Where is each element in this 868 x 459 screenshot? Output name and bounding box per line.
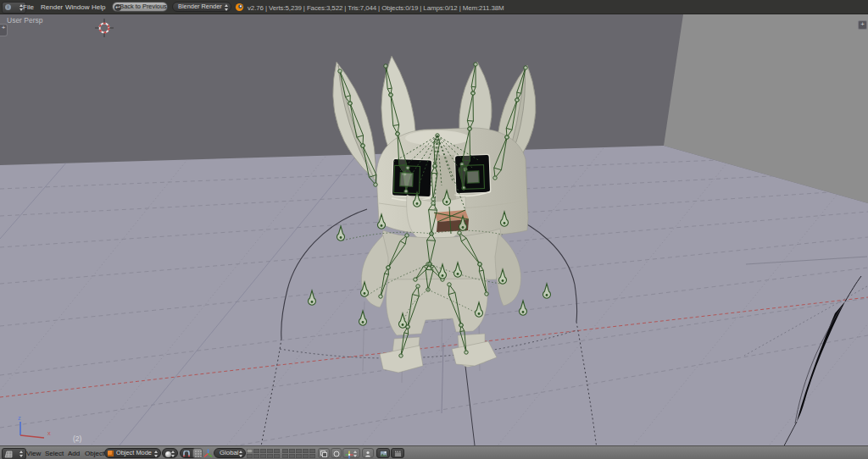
info-editor-icon: i — [5, 4, 11, 10]
engine-spinner-icon — [225, 4, 229, 11]
layer-cell-10[interactable] — [274, 454, 280, 458]
render-still-icon — [380, 451, 387, 457]
render-animation-icon — [394, 451, 402, 457]
snap-element-button[interactable] — [192, 448, 203, 458]
viewport-header-bar: View Select Add Object Object Mode Globa… — [0, 445, 868, 459]
snap-target-icon — [364, 451, 371, 457]
gizmo-x-label: x — [47, 429, 51, 437]
properties-expand-tab[interactable]: + — [858, 20, 867, 30]
layer-cell-12[interactable] — [289, 449, 295, 453]
back-arrow-icon: ↩ — [114, 4, 121, 11]
viewport-editor-icon — [4, 451, 13, 458]
editor-type-button-3dview[interactable] — [2, 448, 26, 459]
scene-stats: v2.76 | Verts:5,239 | Faces:3,522 | Tris… — [248, 4, 504, 12]
orientation-spinner-icon — [239, 451, 243, 457]
menu-window[interactable]: Window — [65, 3, 89, 11]
layer-cell-7[interactable] — [253, 454, 259, 458]
layer-cell-16[interactable] — [282, 454, 288, 458]
render-animation-button[interactable] — [391, 448, 404, 458]
viewport-shading-select[interactable] — [162, 448, 178, 458]
magnet-icon — [183, 451, 190, 457]
menu-add[interactable]: Add — [68, 450, 80, 457]
layer-cell-19[interactable] — [303, 454, 309, 458]
lock-to-scene-button[interactable] — [318, 448, 330, 458]
layer-cell-17[interactable] — [289, 454, 295, 458]
layer-cell-6[interactable] — [247, 454, 253, 458]
transform-orientation-select[interactable]: Global — [214, 448, 246, 458]
transform-manipulator-icon[interactable] — [203, 449, 213, 458]
menu-view[interactable]: View — [26, 450, 41, 457]
manipulator-toggle-button[interactable] — [342, 448, 360, 458]
render-engine-select[interactable]: Blender Render — [172, 2, 231, 12]
layer-cell-13[interactable] — [296, 449, 302, 453]
render-still-button[interactable] — [376, 448, 390, 458]
layer-cell-18[interactable] — [296, 454, 302, 458]
menu-help[interactable]: Help — [92, 3, 105, 11]
snap-target-button[interactable] — [362, 448, 374, 458]
back-to-previous-button[interactable]: ↩ Back to Previous — [112, 2, 168, 12]
layer-cell-9[interactable] — [267, 454, 273, 458]
shading-spinner-icon — [171, 451, 175, 457]
menu-render[interactable]: Render — [41, 3, 63, 11]
layers-group-1[interactable] — [247, 449, 281, 458]
view-name-label: User Persp — [7, 16, 43, 25]
layer-cell-1[interactable] — [247, 449, 253, 453]
layer-cell-4[interactable] — [267, 449, 273, 453]
object-mode-cube-icon — [108, 451, 114, 456]
menu-file[interactable]: File — [23, 3, 34, 11]
shading-sphere-icon — [165, 451, 171, 457]
proportional-edit-icon — [333, 451, 340, 457]
toolshelf-expand-tab[interactable]: + — [0, 24, 8, 36]
layer-cell-8[interactable] — [260, 454, 266, 458]
gizmo-z-label: z — [18, 414, 21, 422]
lock-icon — [320, 451, 327, 457]
layers-group-2[interactable] — [282, 449, 316, 458]
editor-spinner-icon — [19, 451, 24, 457]
viewport-3d[interactable] — [0, 0, 868, 459]
manipulator-axes-icon — [345, 451, 353, 459]
layer-cell-14[interactable] — [303, 449, 309, 453]
layer-cell-3[interactable] — [260, 449, 266, 453]
proportional-edit-button[interactable] — [331, 448, 342, 458]
info-header-bar: i File Render Window Help ↩ Back to Prev… — [0, 0, 868, 14]
mode-spinner-icon — [154, 451, 159, 457]
menu-select[interactable]: Select — [45, 450, 64, 457]
blender-logo-icon — [235, 3, 244, 12]
frame-count-label: (2) — [73, 434, 81, 443]
menu-object[interactable]: Object — [85, 450, 104, 457]
layer-cell-5[interactable] — [274, 449, 280, 453]
layer-cell-11[interactable] — [282, 449, 288, 453]
layer-cell-2[interactable] — [253, 449, 259, 453]
interaction-mode-select[interactable]: Object Mode — [104, 448, 161, 458]
blender-window: i File Render Window Help ↩ Back to Prev… — [0, 0, 868, 459]
layer-cell-15[interactable] — [309, 449, 315, 453]
layer-cell-20[interactable] — [309, 454, 315, 458]
manipulator-spinner-icon — [353, 451, 358, 457]
snap-grid-icon — [195, 451, 202, 457]
